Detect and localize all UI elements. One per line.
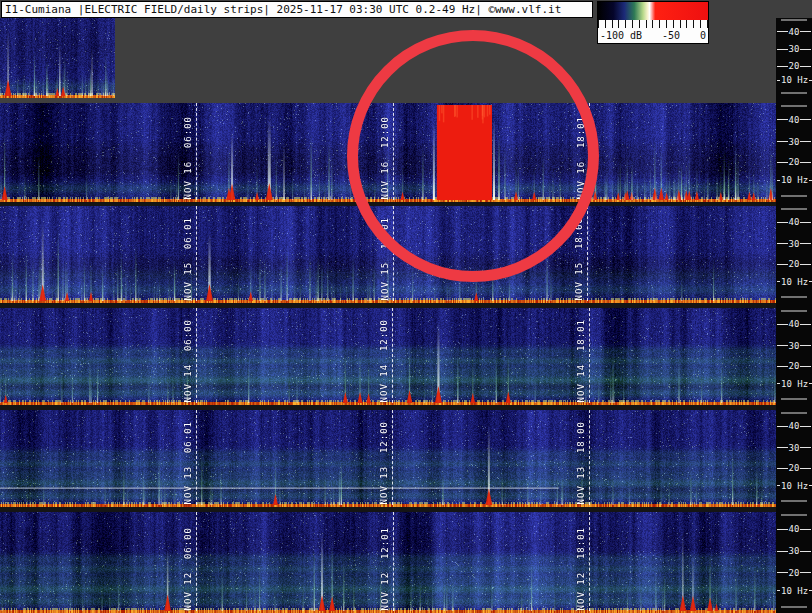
freq-edge-tick — [781, 310, 807, 311]
freq-tick-label: 20 — [788, 61, 801, 71]
legend-tick-marks — [598, 20, 708, 28]
freq-edge-tick — [781, 501, 807, 502]
freq-tick-label: 10 Hz — [780, 277, 809, 287]
tick-line — [777, 324, 788, 325]
tick-line — [777, 49, 788, 50]
freq-tick-label: 30 — [788, 341, 801, 351]
freq-tick-40: 40 — [777, 27, 811, 37]
tick-line — [777, 426, 788, 427]
time-label: NOV 14 06:00 — [183, 319, 193, 402]
color-scale-legend: -100 dB -50 0 — [597, 1, 709, 44]
time-gridline — [589, 308, 590, 403]
freq-tick-label: 30 — [788, 546, 801, 556]
time-label: NOV 13 06:01 — [183, 421, 193, 504]
tick-line — [800, 345, 811, 346]
tick-line — [800, 222, 811, 223]
freq-tick-label: 40 — [788, 319, 801, 329]
freq-tick-40: 40 — [777, 524, 811, 534]
spectrogram-page: NOV 16 06:00NOV 16 12:00NOV 16 18:01NOV … — [0, 0, 812, 613]
tick-line — [800, 426, 811, 427]
tick-line — [800, 529, 811, 530]
time-gridline — [196, 410, 197, 505]
daily-strip-nov-13: NOV 13 06:01NOV 13 12:00NOV 13 18:00 — [0, 410, 776, 507]
time-gridline — [392, 410, 393, 505]
tick-line — [777, 162, 788, 163]
tick-line — [777, 243, 788, 244]
tick-line — [800, 572, 811, 573]
time-label: NOV 14 18:01 — [576, 319, 586, 402]
freq-tick-label: 10 Hz — [780, 481, 809, 491]
tick-line — [777, 529, 788, 530]
tick-line — [800, 551, 811, 552]
freq-edge-tick — [781, 20, 807, 21]
tick-line — [777, 141, 788, 142]
time-label: NOV 15 06:01 — [183, 217, 193, 300]
freq-axis-group-nov-16: 40302010 Hz — [776, 103, 812, 202]
freq-tick-label: 40 — [788, 115, 801, 125]
legend-label-max: 0 — [700, 30, 706, 41]
freq-tick-20: 20 — [777, 259, 811, 269]
time-label: NOV 16 06:00 — [183, 116, 193, 199]
freq-tick-label: 30 — [788, 239, 801, 249]
time-label: NOV 12 06:00 — [183, 527, 193, 610]
freq-edge-tick — [781, 196, 807, 197]
time-label: NOV 13 18:00 — [576, 421, 586, 504]
freq-tick-10-hz: 10 Hz — [777, 75, 811, 85]
freq-axis-group-nov-12: 40302010 Hz — [776, 512, 812, 613]
freq-edge-tick — [781, 515, 807, 516]
daily-strip-nov-12: NOV 12 06:00NOV 12 12:01NOV 12 18:01 — [0, 512, 776, 613]
freq-edge-tick — [781, 105, 807, 106]
freq-tick-30: 30 — [777, 137, 811, 147]
freq-tick-30: 30 — [777, 341, 811, 351]
tick-line — [800, 447, 811, 448]
time-gridline — [392, 308, 393, 403]
time-label: NOV 14 12:00 — [379, 319, 389, 402]
freq-tick-20: 20 — [777, 463, 811, 473]
tick-line — [777, 119, 788, 120]
freq-axis-group-nov-14: 40302010 Hz — [776, 308, 812, 405]
freq-edge-tick — [781, 606, 807, 607]
freq-edge-tick — [781, 399, 807, 400]
tick-line — [777, 468, 788, 469]
time-label: NOV 15 18:00 — [574, 217, 584, 300]
freq-tick-label: 20 — [788, 361, 801, 371]
freq-tick-30: 30 — [777, 239, 811, 249]
freq-tick-label: 30 — [788, 137, 801, 147]
freq-edge-tick — [781, 412, 807, 413]
freq-tick-10-hz: 10 Hz — [777, 481, 811, 491]
tick-line — [777, 572, 788, 573]
freq-tick-label: 40 — [788, 421, 801, 431]
freq-tick-label: 20 — [788, 259, 801, 269]
daily-strip-nov-17 — [0, 18, 115, 98]
freq-tick-10-hz: 10 Hz — [777, 277, 811, 287]
freq-edge-tick — [781, 208, 807, 209]
tick-line — [777, 264, 788, 265]
freq-tick-label: 30 — [788, 443, 801, 453]
legend-label-min: -100 dB — [600, 30, 642, 41]
tick-line — [800, 31, 811, 32]
tick-line — [800, 243, 811, 244]
tick-line — [800, 66, 811, 67]
frequency-axis: 40302010 Hz40302010 Hz40302010 Hz4030201… — [776, 18, 812, 613]
freq-tick-label: 10 Hz — [780, 379, 809, 389]
tick-line — [800, 162, 811, 163]
time-label: NOV 12 18:01 — [576, 527, 586, 610]
tick-line — [777, 366, 788, 367]
time-label: NOV 13 12:00 — [379, 421, 389, 504]
tick-line — [800, 264, 811, 265]
color-gradient-bar — [598, 2, 708, 20]
freq-tick-label: 30 — [788, 44, 801, 54]
freq-tick-40: 40 — [777, 115, 811, 125]
spectrogram-canvas-nov-17 — [0, 18, 115, 98]
freq-tick-label: 20 — [788, 463, 801, 473]
title-text: I1-Cumiana |ELECTRIC FIELD/daily strips|… — [2, 3, 561, 16]
freq-tick-20: 20 — [777, 361, 811, 371]
freq-tick-label: 40 — [788, 524, 801, 534]
tick-line — [777, 551, 788, 552]
tick-line — [800, 119, 811, 120]
tick-line — [800, 366, 811, 367]
freq-tick-label: 40 — [788, 27, 801, 37]
legend-labels: -100 dB -50 0 — [598, 28, 708, 43]
freq-edge-tick — [781, 297, 807, 298]
tick-line — [777, 31, 788, 32]
